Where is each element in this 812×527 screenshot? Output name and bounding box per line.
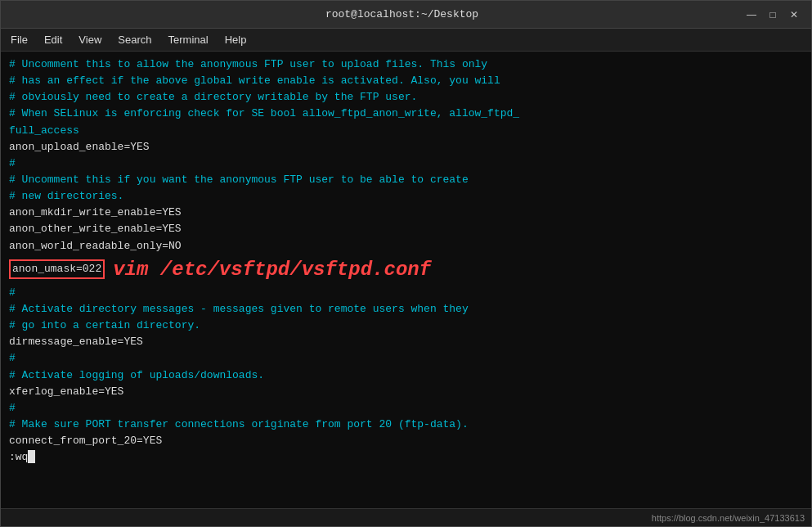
menu-view[interactable]: View [72, 32, 108, 47]
line-21: # [9, 400, 803, 417]
close-button[interactable]: ✕ [787, 7, 801, 22]
line-9: # new directories. [9, 188, 803, 205]
line-1: # Uncomment this to allow the anonymous … [9, 56, 803, 73]
line-2: # has an effect if the above global writ… [9, 73, 803, 89]
terminal-cursor [28, 450, 35, 463]
line-16: # go into a certain directory. [9, 318, 803, 334]
status-url: https://blog.csdn.net/weixin_47133613 [652, 513, 805, 523]
line-7: # [9, 155, 803, 172]
line-11: anon_other_write_enable=YES [9, 221, 803, 237]
line-17: dirmessage_enable=YES [9, 334, 803, 350]
line-13: anon_umask=022 vim /etc/vsftpd/vsftpd.co… [9, 254, 803, 285]
minimize-button[interactable]: — [744, 7, 759, 22]
line-3: # obviously need to create a directory w… [9, 89, 803, 106]
line-22: # Make sure PORT transfer connections or… [9, 417, 803, 433]
menu-file[interactable]: File [4, 32, 34, 47]
line-8: # Uncomment this if you want the anonymo… [9, 172, 803, 188]
line-5: full_access [9, 123, 803, 139]
terminal-body[interactable]: # Uncomment this to allow the anonymous … [1, 52, 811, 508]
window-controls: — □ ✕ [744, 7, 801, 22]
maximize-button[interactable]: □ [765, 7, 780, 22]
line-18: # [9, 350, 803, 367]
menu-search[interactable]: Search [111, 32, 158, 47]
window-title: root@localhost:~/Desktop [60, 8, 744, 20]
line-15: # Activate directory messages - messages… [9, 301, 803, 318]
line-19: # Activate logging of uploads/downloads. [9, 367, 803, 384]
terminal-content: # Uncomment this to allow the anonymous … [9, 56, 803, 466]
vim-annotation: vim /etc/vsftpd/vsftpd.conf [113, 254, 431, 285]
line-6: anon_upload_enable=YES [9, 139, 803, 155]
line-14: # [9, 285, 803, 301]
boxed-text: anon_umask=022 [9, 259, 105, 279]
menu-terminal[interactable]: Terminal [162, 32, 215, 47]
menu-edit[interactable]: Edit [38, 32, 69, 47]
terminal-window: root@localhost:~/Desktop — □ ✕ File Edit… [0, 0, 812, 527]
line-4: # When SELinux is enforcing check for SE… [9, 106, 803, 122]
menu-bar: File Edit View Search Terminal Help [1, 29, 811, 52]
line-24: :wq [9, 449, 803, 466]
menu-help[interactable]: Help [218, 32, 253, 47]
title-bar: root@localhost:~/Desktop — □ ✕ [1, 1, 811, 29]
line-20: xferlog_enable=YES [9, 384, 803, 400]
line-23: connect_from_port_20=YES [9, 433, 803, 449]
status-bar: https://blog.csdn.net/weixin_47133613 [1, 508, 811, 526]
line-12: anon_world_readable_only=NO [9, 238, 803, 254]
line-10: anon_mkdir_write_enable=YES [9, 205, 803, 221]
